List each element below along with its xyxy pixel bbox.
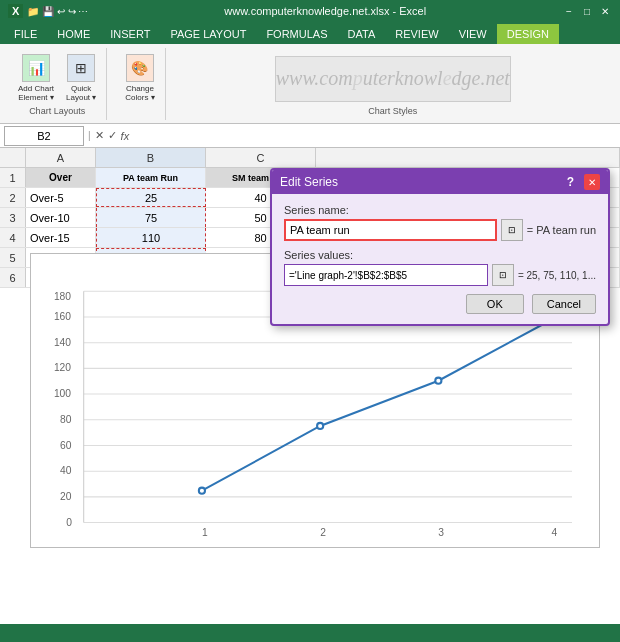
corner-cell bbox=[0, 148, 26, 167]
tab-home[interactable]: HOME bbox=[47, 24, 100, 44]
cell-b4[interactable]: 110 bbox=[96, 228, 206, 247]
svg-text:100: 100 bbox=[54, 388, 71, 399]
maximize-btn[interactable]: □ bbox=[580, 4, 594, 18]
svg-text:0: 0 bbox=[66, 517, 72, 528]
series-name-row: ⊡ = PA team run bbox=[284, 219, 596, 241]
chart-layout-buttons: 📊 Add ChartElement ▾ ⊞ QuickLayout ▾ bbox=[14, 52, 100, 104]
series-values-collapse-btn[interactable]: ⊡ bbox=[492, 264, 514, 286]
chart-styles-label: Chart Styles bbox=[368, 106, 417, 116]
formula-x-icon[interactable]: ✕ bbox=[95, 129, 104, 142]
app-icons: X 📁 💾 ↩ ↪ ⋯ bbox=[8, 4, 88, 18]
tab-formulas[interactable]: FORMULAS bbox=[256, 24, 337, 44]
svg-text:180: 180 bbox=[54, 291, 71, 302]
cell-a2[interactable]: Over-5 bbox=[26, 188, 96, 207]
svg-text:120: 120 bbox=[54, 362, 71, 373]
row-num-6: 6 bbox=[0, 268, 26, 287]
tab-pagelayout[interactable]: PAGE LAYOUT bbox=[160, 24, 256, 44]
dialog-buttons: OK Cancel bbox=[284, 294, 596, 314]
col-header-c[interactable]: C bbox=[206, 148, 316, 167]
dialog-ok-button[interactable]: OK bbox=[466, 294, 524, 314]
dialog-help-btn[interactable]: ? bbox=[567, 175, 574, 189]
tab-insert[interactable]: INSERT bbox=[100, 24, 160, 44]
row-num-4: 4 bbox=[0, 228, 26, 247]
svg-text:160: 160 bbox=[54, 311, 71, 322]
tab-review[interactable]: REVIEW bbox=[385, 24, 448, 44]
cell-b3[interactable]: 75 bbox=[96, 208, 206, 227]
dialog-body: Series name: ⊡ = PA team run Series valu… bbox=[272, 194, 608, 324]
svg-text:40: 40 bbox=[60, 465, 72, 476]
series-values-label: Series values: bbox=[284, 249, 596, 261]
chart-layouts-label: Chart Layouts bbox=[29, 106, 85, 116]
close-btn[interactable]: ✕ bbox=[598, 4, 612, 18]
dialog-titlebar: Edit Series ? ✕ bbox=[272, 170, 608, 194]
edit-series-dialog: Edit Series ? ✕ Series name: ⊡ = PA team… bbox=[270, 168, 610, 326]
row-num-5: 5 bbox=[0, 248, 26, 267]
svg-point-26 bbox=[317, 423, 323, 429]
tab-view[interactable]: VIEW bbox=[449, 24, 497, 44]
series-name-input[interactable] bbox=[284, 219, 497, 241]
formula-check-icon[interactable]: ✓ bbox=[108, 129, 117, 142]
cell-a4[interactable]: Over-15 bbox=[26, 228, 96, 247]
chart-layouts-group: 📊 Add ChartElement ▾ ⊞ QuickLayout ▾ Cha… bbox=[8, 48, 107, 120]
ribbon-content: 📊 Add ChartElement ▾ ⊞ QuickLayout ▾ Cha… bbox=[0, 44, 620, 124]
formula-separator: | bbox=[88, 130, 91, 141]
dialog-title: Edit Series bbox=[280, 175, 338, 189]
svg-text:1: 1 bbox=[202, 527, 208, 538]
series-name-static: = PA team run bbox=[527, 224, 596, 236]
tab-design[interactable]: DESIGN bbox=[497, 24, 559, 44]
window-title: www.computerknowledge.net.xlsx - Excel bbox=[88, 5, 562, 17]
row-num-3: 3 bbox=[0, 208, 26, 227]
col-header-a[interactable]: A bbox=[26, 148, 96, 167]
minimize-btn[interactable]: − bbox=[562, 4, 576, 18]
svg-text:80: 80 bbox=[60, 414, 72, 425]
fx-button[interactable]: fx bbox=[121, 130, 130, 142]
tab-file[interactable]: FILE bbox=[4, 24, 47, 44]
series-values-input[interactable] bbox=[284, 264, 488, 286]
row-num-2: 2 bbox=[0, 188, 26, 207]
series-values-static: = 25, 75, 110, 1... bbox=[518, 270, 596, 281]
window-controls[interactable]: − □ ✕ bbox=[562, 4, 612, 18]
svg-text:4: 4 bbox=[551, 527, 557, 538]
col-header-b[interactable]: B bbox=[96, 148, 206, 167]
svg-text:20: 20 bbox=[60, 491, 72, 502]
formula-bar: B2 | ✕ ✓ fx bbox=[0, 124, 620, 148]
title-bar: X 📁 💾 ↩ ↪ ⋯ www.computerknowledge.net.xl… bbox=[0, 0, 620, 22]
svg-text:3: 3 bbox=[438, 527, 444, 538]
chart-styles-watermark: www.computerknowledge.net bbox=[275, 56, 511, 102]
series-name-collapse-btn[interactable]: ⊡ bbox=[501, 219, 523, 241]
dialog-cancel-button[interactable]: Cancel bbox=[532, 294, 596, 314]
cell-b1[interactable]: PA team Run bbox=[96, 168, 206, 187]
change-colors-group: 🎨 ChangeColors ▾ bbox=[115, 48, 165, 120]
series-name-label: Series name: bbox=[284, 204, 596, 216]
change-colors-btn[interactable]: 🎨 ChangeColors ▾ bbox=[121, 52, 158, 104]
cell-b2[interactable]: 25 bbox=[96, 188, 206, 207]
status-bar bbox=[0, 624, 620, 642]
col-header-rest bbox=[316, 148, 620, 167]
svg-text:60: 60 bbox=[60, 440, 72, 451]
svg-text:140: 140 bbox=[54, 337, 71, 348]
spreadsheet: A B C 1 Over PA team Run SM team Run 2 O… bbox=[0, 148, 620, 568]
cell-a3[interactable]: Over-10 bbox=[26, 208, 96, 227]
add-chart-icon: 📊 bbox=[22, 54, 50, 82]
name-box[interactable]: B2 bbox=[4, 126, 84, 146]
formula-input[interactable] bbox=[133, 126, 616, 146]
quick-layout-btn[interactable]: ⊞ QuickLayout ▾ bbox=[62, 52, 100, 104]
svg-point-27 bbox=[435, 378, 441, 384]
dialog-close-btn[interactable]: ✕ bbox=[584, 174, 600, 190]
quick-layout-icon: ⊞ bbox=[67, 54, 95, 82]
tab-data[interactable]: DATA bbox=[338, 24, 386, 44]
column-headers: A B C bbox=[0, 148, 620, 168]
cell-a1[interactable]: Over bbox=[26, 168, 96, 187]
ribbon-tabs: FILE HOME INSERT PAGE LAYOUT FORMULAS DA… bbox=[0, 22, 620, 44]
svg-point-25 bbox=[199, 488, 205, 494]
chart-styles-group: www.computerknowledge.net Chart Styles bbox=[174, 48, 612, 120]
change-colors-icon: 🎨 bbox=[126, 54, 154, 82]
svg-text:2: 2 bbox=[320, 527, 326, 538]
add-chart-element-btn[interactable]: 📊 Add ChartElement ▾ bbox=[14, 52, 58, 104]
series-values-row: ⊡ = 25, 75, 110, 1... bbox=[284, 264, 596, 286]
row-num-1: 1 bbox=[0, 168, 26, 187]
